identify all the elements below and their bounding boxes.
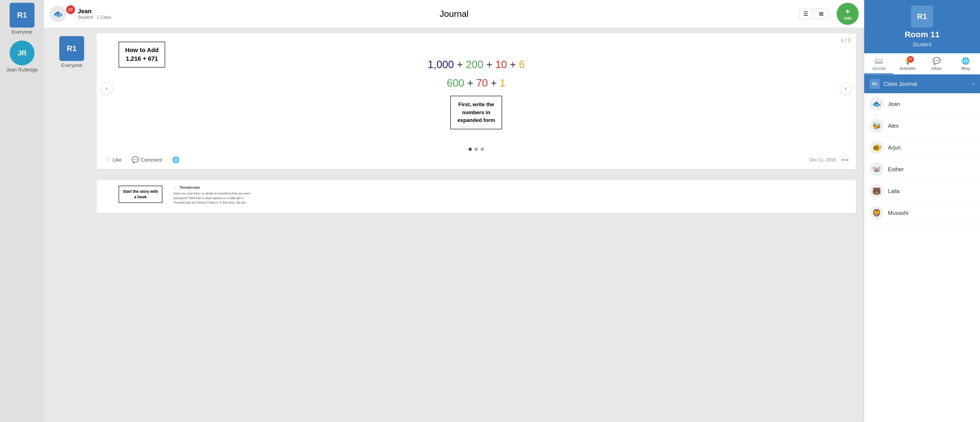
dot-1 xyxy=(468,148,472,151)
like-label: Like xyxy=(113,157,122,163)
top-header: 🐟 27 Jean Student · 1 Class Journal ☰ ⊞ … xyxy=(44,0,864,28)
math-hint-box: First, write the numbers in expanded for… xyxy=(450,96,502,129)
card-inner-1: 1 / 3 ‹ › How to Add 1,216 + 671 xyxy=(97,33,856,144)
heart-icon: ♡ xyxy=(105,156,111,164)
student-list: R1 Class Journal › 🐟 Jean 🐝 Alex 🐠 Arjun… xyxy=(864,75,980,422)
cj-arrow-icon: › xyxy=(972,81,975,87)
dot-3 xyxy=(480,148,484,151)
math-row2: 600 + 70 + 1 xyxy=(447,77,506,89)
sidebar-item-everyone[interactable]: R1 Everyone xyxy=(10,3,35,35)
globe-button[interactable]: 🌐 xyxy=(170,155,182,165)
math-content: 1,000 + 200 + 10 + 6 600 + xyxy=(428,59,525,129)
user-info: 🐟 27 Jean Student · 1 Class xyxy=(49,5,111,22)
grid-view-button[interactable]: ⊞ xyxy=(815,8,828,19)
hint-line3: expanded form xyxy=(457,117,495,123)
card-nav-right[interactable]: › xyxy=(840,83,852,95)
student-row-jean[interactable]: 🐟 Jean xyxy=(864,93,980,115)
notification-badge: 27 xyxy=(66,5,75,14)
card-nav-left[interactable]: ‹ xyxy=(101,83,113,95)
dot-2 xyxy=(474,148,478,151)
student-row-arjun[interactable]: 🐠 Arjun xyxy=(864,137,980,159)
nav-tabs: 📖 Journal 💡 Activities 27 💬 Inbox 🌐 Blog xyxy=(864,53,980,75)
tab-blog[interactable]: 🌐 Blog xyxy=(951,53,980,74)
tab-inbox[interactable]: 💬 Inbox xyxy=(922,53,951,74)
hint-line1: First, write the xyxy=(458,102,494,107)
preview-title-line2: a hook xyxy=(134,195,147,199)
hint-line2: numbers in xyxy=(462,110,490,115)
sidebar-item-everyone-2[interactable]: R1 Everyone xyxy=(59,36,84,68)
right-sidebar: R1 Room 11 Student 📖 Journal 💡 Activitie… xyxy=(864,0,980,422)
main-area: 🐟 27 Jean Student · 1 Class Journal ☰ ⊞ … xyxy=(44,0,864,422)
class-journal-row[interactable]: R1 Class Journal › xyxy=(864,75,980,93)
student-avatar-musashi: 🦁 xyxy=(870,206,883,220)
card-footer-left: ♡ Like 💬 Comment 🌐 xyxy=(103,155,182,165)
user-avatar: 🐟 xyxy=(49,5,66,22)
student-name-alex: Alex xyxy=(888,123,899,129)
add-label: Add xyxy=(844,16,851,21)
grid-icon: ⊞ xyxy=(819,11,824,17)
list-view-button[interactable]: ☰ xyxy=(799,8,812,19)
toolbar-icons: ☰ ⊞ xyxy=(799,8,828,19)
user-text: Jean Student · 1 Class xyxy=(78,8,111,20)
room-badge: R1 xyxy=(911,5,933,27)
journal-tab-label: Journal xyxy=(872,66,885,71)
math-title-box: How to Add 1,216 + 671 xyxy=(119,41,165,68)
student-avatar-laila: 🐻 xyxy=(870,184,883,198)
student-row-musashi[interactable]: 🦁 Musashi xyxy=(864,202,980,224)
card-footer-1: ♡ Like 💬 Comment 🌐 xyxy=(97,153,856,169)
sidebar-item-jean-rutledge[interactable]: JR Jean Rutledge xyxy=(6,41,38,73)
jean-rutledge-avatar: JR xyxy=(10,41,35,65)
journal-card-2: Start the story with a hook → Thundercak… xyxy=(97,180,856,213)
student-name-musashi: Musashi xyxy=(888,210,908,216)
student-avatar-esther: 🐭 xyxy=(870,162,883,176)
card-preview-inner: Start the story with a hook → Thundercak… xyxy=(97,180,856,213)
journal-card-1: 1 / 3 ‹ › How to Add 1,216 + 671 xyxy=(97,33,856,169)
chevron-right-icon: › xyxy=(845,85,846,92)
chevron-left-icon: ‹ xyxy=(106,85,108,92)
inbox-tab-icon: 💬 xyxy=(932,57,941,65)
comment-button[interactable]: 💬 Comment xyxy=(129,155,164,165)
student-row-laila[interactable]: 🐻 Laila xyxy=(864,180,980,202)
math-title-line2: 1,216 + 671 xyxy=(126,55,158,62)
student-avatar-jean: 🐟 xyxy=(870,97,883,111)
everyone-label: Everyone xyxy=(11,29,33,35)
everyone-badge-2: R1 xyxy=(59,36,84,61)
everyone-badge: R1 xyxy=(10,3,35,27)
inbox-tab-label: Inbox xyxy=(931,66,942,71)
student-name-esther: Esther xyxy=(888,166,904,173)
student-row-alex[interactable]: 🐝 Alex xyxy=(864,115,980,137)
plus-icon: + xyxy=(845,7,850,16)
jean-rutledge-label: Jean Rutledge xyxy=(6,67,38,73)
user-name: Jean xyxy=(78,8,111,15)
student-name-jean: Jean xyxy=(888,101,900,107)
preview-title-line1: Start the story with xyxy=(123,189,158,194)
add-button[interactable]: + Add xyxy=(837,3,859,25)
tab-activities[interactable]: 💡 Activities 27 xyxy=(893,53,922,74)
activities-tab-label: Activities xyxy=(899,66,916,71)
like-button[interactable]: ♡ Like xyxy=(103,155,124,165)
page-indicator: 1 / 3 xyxy=(841,38,850,43)
more-button[interactable]: ••• xyxy=(841,156,849,164)
journal-tab-icon: 📖 xyxy=(875,57,883,65)
comment-icon: 💬 xyxy=(132,156,139,164)
room-sub: Student xyxy=(913,41,932,48)
card-date: Dec 11, 2019 xyxy=(810,158,836,162)
content-area: R1 Everyone 1 / 3 ‹ › xyxy=(44,28,864,422)
right-header: R1 Room 11 Student xyxy=(864,0,980,53)
math-row1: 1,000 + 200 + 10 + 6 xyxy=(428,59,525,71)
comment-label: Comment xyxy=(141,157,162,163)
student-name-laila: Laila xyxy=(888,188,899,194)
cj-badge: R1 xyxy=(870,79,880,89)
globe-icon: 🌐 xyxy=(172,156,180,164)
everyone-label-2: Everyone xyxy=(61,63,82,68)
dot-indicators xyxy=(97,144,856,153)
preview-arrow: → xyxy=(173,186,177,190)
tab-journal[interactable]: 📖 Journal xyxy=(864,53,893,74)
cj-label: Class Journal xyxy=(883,81,969,87)
activities-badge: 27 xyxy=(907,56,914,63)
student-row-esther[interactable]: 🐭 Esther xyxy=(864,159,980,180)
student-name-arjun: Arjun xyxy=(888,145,901,151)
preview-right-label: → Thundercake xyxy=(173,186,256,190)
math-title-line1: How to Add xyxy=(125,46,159,54)
blog-tab-label: Blog xyxy=(961,66,969,71)
